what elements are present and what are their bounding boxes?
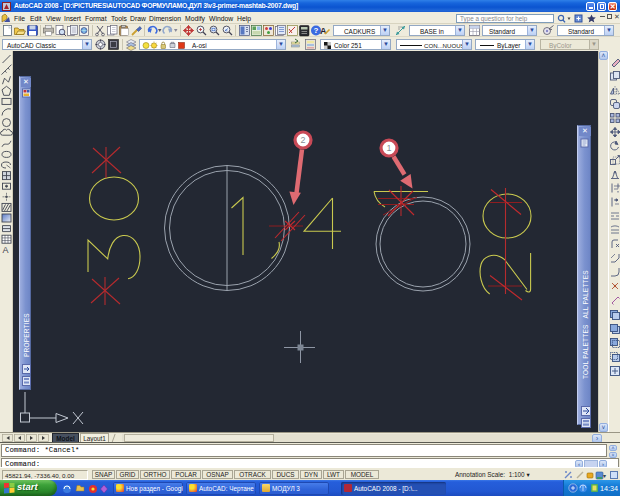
svg-text:2: 2 [300, 135, 305, 145]
svg-text:1: 1 [386, 143, 391, 153]
